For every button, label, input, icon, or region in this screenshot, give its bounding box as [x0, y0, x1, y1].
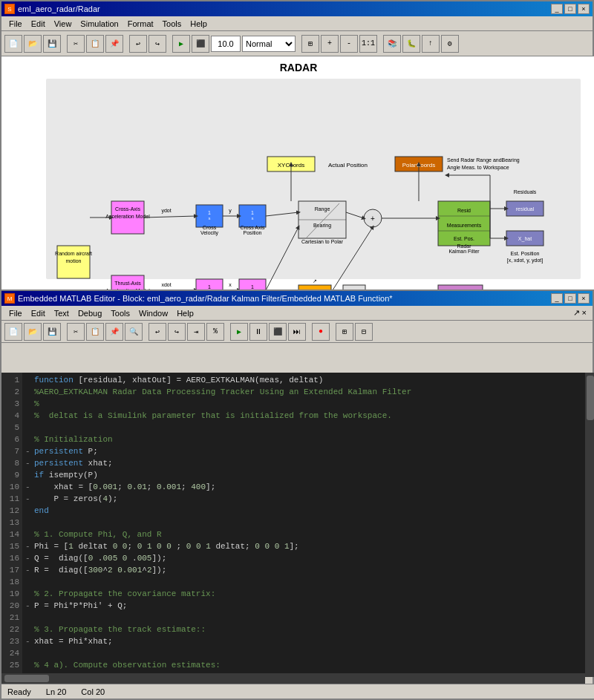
editor-menubar: File Edit Text Debug Tools Window Help ↗… [1, 306, 593, 321]
svg-rect-1 [46, 79, 581, 279]
line-numbers: 1234567891011121314151617181920212223242… [1, 373, 22, 677]
ed-open[interactable]: 📂 [24, 323, 42, 341]
menu-format[interactable]: Format [123, 18, 158, 30]
simulink-title: eml_aero_radar/Radar [18, 4, 100, 13]
zoom-fit-button[interactable]: ⊞ [301, 35, 319, 53]
undo-button[interactable]: ↩ [129, 35, 147, 53]
ed-undo[interactable]: ↩ [148, 323, 166, 341]
menu-simulation[interactable]: Simulation [76, 18, 123, 30]
paste-button[interactable]: 📌 [105, 35, 123, 53]
svg-text:Range: Range [315, 206, 330, 212]
status-line: Ln 20 [46, 687, 67, 696]
menu-file[interactable]: File [4, 18, 27, 30]
debug-button[interactable]: 🐛 [402, 35, 420, 53]
open-button[interactable]: 📂 [24, 35, 42, 53]
stop-button[interactable]: ⬛ [192, 35, 209, 53]
save-button[interactable]: 💾 [43, 35, 61, 53]
svg-text:motion: motion [65, 258, 81, 264]
svg-text:1: 1 [251, 284, 254, 290]
svg-text:↗: ↗ [313, 278, 317, 284]
simulink-menubar: File Edit View Simulation Format Tools H… [1, 16, 593, 31]
svg-text:1: 1 [208, 210, 211, 215]
ed-redo[interactable]: ↪ [168, 323, 186, 341]
svg-text:Actual Position: Actual Position [328, 162, 368, 169]
editor-menu-window[interactable]: Window [134, 307, 172, 319]
ed-copy[interactable]: 📋 [86, 323, 104, 341]
svg-text:[x, xdot, y, ydot]: [x, xdot, y, ydot] [507, 258, 544, 264]
close-button[interactable]: × [578, 4, 590, 14]
svg-text:Cartesian to Polar: Cartesian to Polar [301, 239, 344, 244]
svg-text:Cross: Cross [203, 225, 217, 230]
redo-button[interactable]: ↪ [148, 35, 166, 53]
ed-run[interactable]: ▶ [230, 323, 248, 341]
ed-new[interactable]: 📄 [4, 323, 22, 341]
svg-text:s: s [209, 216, 211, 220]
svg-text:Est. Pos.: Est. Pos. [454, 236, 474, 241]
svg-text:1: 1 [208, 284, 211, 290]
svg-text:x: x [229, 282, 232, 287]
editor-menu-text[interactable]: Text [50, 307, 74, 319]
menu-view[interactable]: View [50, 18, 76, 30]
svg-text:Cross-Axis: Cross-Axis [115, 206, 140, 212]
ed-cut[interactable]: ✂ [67, 323, 85, 341]
menu-edit[interactable]: Edit [27, 18, 50, 30]
svg-text:1: 1 [251, 210, 254, 215]
editor-toolbar: 📄 📂 💾 ✂ 📋 📌 🔍 ↩ ↪ ⇥ % ▶ ⏸ ⬛ ⏭ ● ⊞ ⊟ [1, 321, 593, 343]
ed-paste[interactable]: 📌 [105, 323, 123, 341]
editor-menu-debug[interactable]: Debug [74, 307, 106, 319]
svg-text:Est. Position: Est. Position [511, 251, 540, 256]
editor-icon: M [4, 293, 15, 304]
ed-tile[interactable]: ⊞ [336, 323, 353, 341]
ed-pause[interactable]: ⏸ [249, 323, 267, 341]
ed-stop[interactable]: ⬛ [269, 323, 287, 341]
svg-text:Acceleration Model: Acceleration Model [105, 214, 150, 219]
ed-save[interactable]: 💾 [43, 323, 61, 341]
simulink-toolbar: 📄 📂 💾 ✂ 📋 📌 ↩ ↪ ▶ ⬛ Normal ⊞ + - 1:1 📚 🐛… [1, 31, 593, 56]
simulink-window: S eml_aero_radar/Radar _ □ × File Edit V… [0, 0, 594, 290]
new-button[interactable]: 📄 [4, 35, 22, 53]
ed-step[interactable]: ⏭ [288, 323, 306, 341]
svg-text:Thrust-Axis: Thrust-Axis [114, 281, 141, 286]
ed-find[interactable]: 🔍 [125, 323, 143, 341]
sim-time-input[interactable] [211, 36, 241, 52]
up-button[interactable]: ↑ [422, 35, 440, 53]
editor-menu-tools[interactable]: Tools [106, 307, 134, 319]
editor-menu-file[interactable]: File [4, 307, 27, 319]
code-content[interactable]: function [residual, xhatOut] = AERO_EXTK… [22, 373, 585, 677]
editor-close[interactable]: × [578, 293, 590, 304]
menu-tools[interactable]: Tools [158, 18, 186, 30]
maximize-button[interactable]: □ [564, 4, 576, 14]
editor-menu-help[interactable]: Help [172, 307, 198, 319]
svg-text:X_hat: X_hat [518, 236, 532, 242]
svg-text:Measurements: Measurements [447, 223, 482, 228]
ed-indent[interactable]: ⇥ [187, 323, 205, 341]
minimize-button[interactable]: _ [551, 4, 563, 14]
ed-comment[interactable]: % [206, 323, 224, 341]
editor-title: Embedded MATLAB Editor - Block: eml_aero… [18, 294, 393, 303]
mode-select[interactable]: Normal [242, 36, 296, 52]
copy-button[interactable]: 📋 [86, 35, 104, 53]
ed-breakpoint[interactable]: ● [312, 323, 330, 341]
editor-minimize[interactable]: _ [551, 293, 563, 304]
svg-text:Resid: Resid [457, 208, 471, 213]
ed-split[interactable]: ⊟ [355, 323, 373, 341]
run-button[interactable]: ▶ [172, 35, 190, 53]
cut-button[interactable]: ✂ [67, 35, 85, 53]
status-ready: Ready [7, 687, 31, 696]
svg-text:Angle Meas. to Workspace: Angle Meas. to Workspace [447, 165, 509, 171]
svg-text:ydot: ydot [161, 208, 171, 214]
editor-maximize[interactable]: □ [564, 293, 576, 304]
svg-text:+: + [371, 215, 375, 223]
library-button[interactable]: 📚 [383, 35, 401, 53]
code-container: 1234567891011121314151617181920212223242… [1, 373, 594, 677]
svg-text:Radar: Radar [457, 243, 471, 249]
zoom-out-button[interactable]: - [340, 35, 358, 53]
horizontal-scrollbar[interactable] [1, 673, 585, 684]
menu-help[interactable]: Help [186, 18, 212, 30]
settings-button[interactable]: ⚙ [441, 35, 459, 53]
zoom-100-button[interactable]: 1:1 [359, 35, 377, 53]
svg-text:residual: residual [516, 206, 535, 212]
editor-menu-edit[interactable]: Edit [27, 307, 50, 319]
zoom-in-button[interactable]: + [321, 35, 339, 53]
vertical-scrollbar[interactable] [585, 373, 594, 677]
